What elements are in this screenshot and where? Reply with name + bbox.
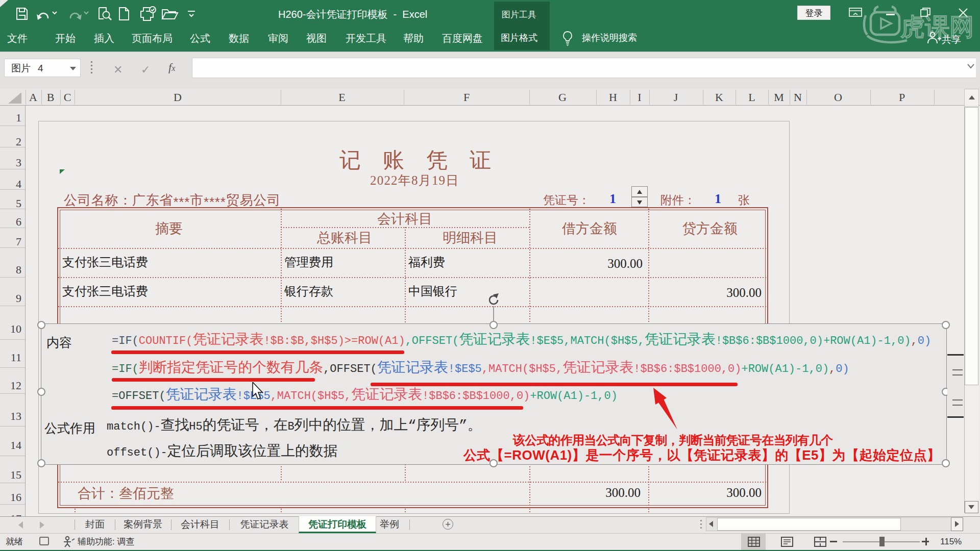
svg-text:虎课网: 虎课网 (900, 12, 974, 42)
